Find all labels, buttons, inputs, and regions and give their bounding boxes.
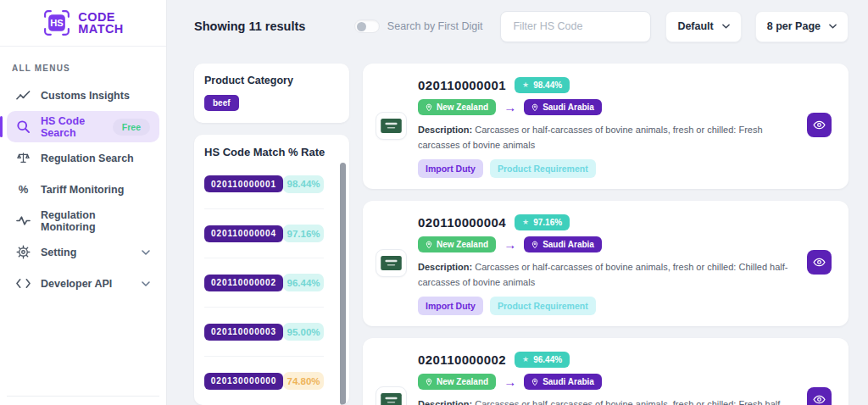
origin-country-badge: New Zealand bbox=[418, 374, 496, 390]
hs-code-pill: 020130000000 bbox=[204, 373, 283, 390]
results-summary: Showing 11 results bbox=[194, 19, 305, 33]
pin-icon bbox=[531, 378, 538, 386]
result-description: Description: Carcasses or half-carcasses… bbox=[418, 397, 804, 405]
pin-icon bbox=[426, 241, 432, 249]
result-hs-code: 020110000002 bbox=[418, 352, 506, 367]
first-digit-toggle-group: Search by First Digit bbox=[354, 19, 483, 33]
match-rate-row[interactable]: 020110000001 98.44% bbox=[204, 159, 324, 208]
chevron-down-icon bbox=[142, 281, 150, 286]
result-content: 020110000004 ★97.16% New Zealand → bbox=[418, 214, 830, 315]
app-window: HS CODE MATCH ALL MENUS Customs Insights bbox=[0, 0, 868, 405]
origin-country-badge: New Zealand bbox=[418, 236, 496, 252]
match-rate-badge: ★98.44% bbox=[515, 77, 570, 93]
origin-country-badge: New Zealand bbox=[418, 99, 496, 115]
sidebar-item-label: Tariff Monitoring bbox=[41, 184, 124, 196]
eye-icon bbox=[813, 258, 826, 267]
code-icon bbox=[16, 276, 31, 291]
match-rate-row[interactable]: 020130000000 74.80% bbox=[204, 356, 324, 405]
destination-country-badge: Saudi Arabia bbox=[524, 236, 602, 252]
result-tags: Import Duty Product Requirement bbox=[418, 159, 830, 178]
star-icon: ★ bbox=[522, 81, 529, 89]
sidebar-item-tariff-monitoring[interactable]: % Tariff Monitoring bbox=[7, 174, 159, 205]
eye-icon bbox=[813, 120, 826, 130]
chevron-down-icon bbox=[142, 250, 150, 255]
result-card: 020110000002 ★96.44% New Zealand → bbox=[363, 338, 849, 405]
chevron-down-icon bbox=[722, 24, 730, 29]
view-details-button[interactable] bbox=[807, 387, 832, 405]
rate-badge: 97.16% bbox=[283, 225, 324, 242]
scale-icon bbox=[16, 151, 31, 165]
free-plan-badge: Free bbox=[113, 119, 150, 136]
page-size-selected-value: 8 per Page bbox=[767, 20, 821, 32]
arrow-right-icon: → bbox=[504, 375, 516, 388]
saudi-arabia-flag-icon bbox=[376, 249, 407, 277]
active-indicator-bar bbox=[0, 116, 3, 137]
search-by-first-digit-toggle[interactable] bbox=[354, 19, 380, 33]
sidebar-divider bbox=[7, 396, 159, 397]
main-area: Showing 11 results Search by First Digit… bbox=[167, 0, 868, 405]
match-rate-row[interactable]: 020110000004 97.16% bbox=[204, 208, 324, 258]
result-content: 020110000002 ★96.44% New Zealand → bbox=[418, 351, 830, 405]
match-rate-badge: ★96.44% bbox=[515, 352, 570, 368]
result-hs-code: 020110000001 bbox=[418, 78, 506, 92]
import-duty-tag: Import Duty bbox=[418, 159, 483, 178]
match-rate-row[interactable]: 020110000003 95.00% bbox=[204, 307, 324, 356]
sidebar-item-label: Regulation Monitoring bbox=[41, 209, 150, 233]
destination-country-badge: Saudi Arabia bbox=[524, 99, 602, 115]
hs-code-pill: 020110000001 bbox=[204, 175, 283, 192]
saudi-arabia-flag-icon bbox=[376, 386, 407, 405]
gear-icon bbox=[16, 245, 31, 259]
sidebar-item-label: Developer API bbox=[41, 278, 112, 290]
topbar: Showing 11 results Search by First Digit… bbox=[194, 0, 849, 53]
brand-logo[interactable]: HS CODE MATCH bbox=[0, 0, 166, 47]
brand-name: CODE MATCH bbox=[78, 11, 123, 35]
sort-select[interactable]: Default bbox=[665, 11, 741, 42]
result-card: 020110000004 ★97.16% New Zealand → bbox=[363, 201, 849, 326]
pin-icon bbox=[426, 103, 432, 112]
saudi-arabia-flag-icon bbox=[376, 112, 407, 140]
hs-code-filter-input[interactable] bbox=[500, 11, 651, 42]
sidebar-item-customs-insights[interactable]: Customs Insights bbox=[7, 80, 159, 111]
view-details-button[interactable] bbox=[807, 113, 832, 137]
category-tag-beef: beef bbox=[204, 95, 239, 111]
rate-badge: 95.00% bbox=[283, 323, 324, 341]
rate-list-scrollbar[interactable] bbox=[340, 163, 346, 405]
search-icon bbox=[16, 119, 31, 134]
sidebar-item-label: Setting bbox=[41, 247, 76, 258]
sidebar-item-regulation-search[interactable]: Regulation Search bbox=[7, 142, 159, 174]
trend-icon bbox=[16, 88, 31, 103]
hs-code-pill: 020110000004 bbox=[204, 225, 283, 242]
view-details-button[interactable] bbox=[807, 250, 832, 275]
import-duty-tag: Import Duty bbox=[418, 297, 483, 315]
percent-icon: % bbox=[16, 182, 31, 197]
page-size-select[interactable]: 8 per Page bbox=[755, 11, 849, 42]
sidebar-item-hs-code-search[interactable]: HS Code Search Free bbox=[7, 111, 159, 142]
eye-icon bbox=[813, 395, 826, 404]
result-content: 020110000001 ★98.44% New Zealand → bbox=[418, 76, 830, 178]
pin-icon bbox=[531, 241, 538, 249]
result-card: 020110000001 ★98.44% New Zealand → bbox=[363, 64, 849, 189]
match-rate-card: HS Code Match % Rate 020110000001 98.44%… bbox=[194, 135, 349, 405]
result-hs-code: 020110000004 bbox=[418, 215, 506, 230]
match-rate-list: 020110000001 98.44% 020110000004 97.16% … bbox=[204, 159, 339, 405]
sidebar-menu: Customs Insights HS Code Search Free bbox=[0, 80, 166, 299]
sidebar-item-label: Regulation Search bbox=[41, 153, 134, 164]
hs-code-pill: 020110000003 bbox=[204, 324, 283, 341]
star-icon: ★ bbox=[522, 356, 529, 363]
svg-text:HS: HS bbox=[51, 18, 64, 28]
product-category-card: Product Category beef bbox=[194, 64, 349, 123]
rate-badge: 74.80% bbox=[283, 372, 324, 390]
sort-selected-value: Default bbox=[677, 20, 713, 32]
sidebar-item-regulation-monitoring[interactable]: Regulation Monitoring bbox=[7, 205, 159, 236]
rate-badge: 96.44% bbox=[283, 274, 324, 291]
sidebar-item-setting[interactable]: Setting bbox=[7, 236, 159, 268]
match-rate-row[interactable]: 020110000002 96.44% bbox=[204, 258, 324, 307]
match-rate-badge: ★97.16% bbox=[515, 214, 570, 230]
sidebar-item-label: Customs Insights bbox=[41, 90, 130, 102]
sidebar-item-developer-api[interactable]: Developer API bbox=[7, 268, 159, 299]
pin-icon bbox=[426, 378, 432, 386]
toggle-knob bbox=[357, 22, 366, 31]
product-requirement-tag: Product Requirement bbox=[490, 297, 596, 315]
product-requirement-tag: Product Requirement bbox=[490, 159, 596, 178]
arrow-right-icon: → bbox=[504, 238, 516, 251]
